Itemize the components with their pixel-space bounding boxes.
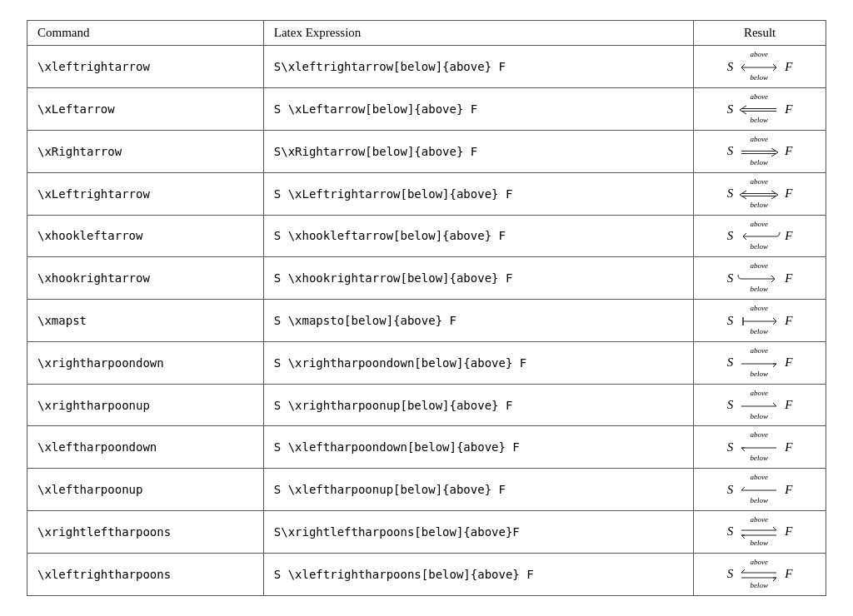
result-cell: S above below F <box>694 172 826 215</box>
latex-cell: S \xrightharpoondown[below]{above} F <box>263 341 693 384</box>
table-row: \xrightharpoonup S \xrightharpoonup[belo… <box>27 384 826 426</box>
result-cell: S above below F <box>694 341 826 384</box>
result-cell: S above below F <box>694 257 826 300</box>
table-row: \xleftrightarrow S\xleftrightarrow[below… <box>27 46 826 88</box>
result-cell: S above below F <box>694 553 826 595</box>
table-row: \xleftharpoonup S \xleftharpoonup[below]… <box>27 469 826 511</box>
table-row: \xhookrightarrow S \xhookrightarrow[belo… <box>27 257 826 300</box>
latex-commands-table: Command Latex Expression Result \xleftri… <box>27 20 826 595</box>
table-row: \xmapst S \xmapsto[below]{above} F S abo… <box>27 300 826 342</box>
command-cell: \xleftrightharpoons <box>27 553 264 595</box>
command-cell: \xrightleftharpoons <box>27 511 264 554</box>
result-cell: S above below F <box>694 130 826 172</box>
table-row: \xLeftrightarrow S \xLeftrightarrow[belo… <box>27 172 826 215</box>
result-cell: S above below F <box>694 426 826 469</box>
table-row: \xRightarrow S\xRightarrow[below]{above}… <box>27 130 826 172</box>
latex-cell: S \xLeftrightarrow[below]{above} F <box>263 172 693 215</box>
table-row: \xLeftarrow S \xLeftarrow[below]{above} … <box>27 88 826 131</box>
result-cell: S above below F <box>694 469 826 511</box>
result-cell: S above below F <box>694 88 826 131</box>
command-cell: \xhookleftarrow <box>27 215 264 257</box>
command-cell: \xmapst <box>27 300 264 342</box>
latex-cell: S \xhookleftarrow[below]{above} F <box>263 215 693 257</box>
latex-cell: S \xLeftarrow[below]{above} F <box>263 88 693 131</box>
header-latex: Latex Expression <box>263 21 693 46</box>
latex-cell: S \xrightharpoonup[below]{above} F <box>263 384 693 426</box>
command-cell: \xrightharpoonup <box>27 384 264 426</box>
header-result: Result <box>694 21 826 46</box>
result-cell: S above below F <box>694 46 826 88</box>
command-cell: \xrightharpoondown <box>27 341 264 384</box>
table-row: \xleftrightharpoons S \xleftrightharpoon… <box>27 553 826 595</box>
latex-cell: S \xleftharpoondown[below]{above} F <box>263 426 693 469</box>
command-cell: \xleftrightarrow <box>27 46 264 88</box>
command-cell: \xhookrightarrow <box>27 257 264 300</box>
result-cell: S above below F <box>694 215 826 257</box>
latex-cell: S\xRightarrow[below]{above} F <box>263 130 693 172</box>
command-cell: \xRightarrow <box>27 130 264 172</box>
command-cell: \xLeftarrow <box>27 88 264 131</box>
latex-cell: S\xrightleftharpoons[below]{above}F <box>263 511 693 554</box>
command-cell: \xleftharpoondown <box>27 426 264 469</box>
latex-cell: S \xhookrightarrow[below]{above} F <box>263 257 693 300</box>
table-row: \xhookleftarrow S \xhookleftarrow[below]… <box>27 215 826 257</box>
result-cell: S above below F <box>694 511 826 554</box>
latex-cell: S \xleftharpoonup[below]{above} F <box>263 469 693 511</box>
header-command: Command <box>27 21 264 46</box>
table-row: \xleftharpoondown S \xleftharpoondown[be… <box>27 426 826 469</box>
result-cell: S above below F <box>694 300 826 342</box>
command-cell: \xleftharpoonup <box>27 469 264 511</box>
latex-cell: S \xleftrightharpoons[below]{above} F <box>263 553 693 595</box>
command-cell: \xLeftrightarrow <box>27 172 264 215</box>
table-row: \xrightharpoondown S \xrightharpoondown[… <box>27 341 826 384</box>
latex-cell: S \xmapsto[below]{above} F <box>263 300 693 342</box>
result-cell: S above below F <box>694 384 826 426</box>
latex-cell: S\xleftrightarrow[below]{above} F <box>263 46 693 88</box>
table-row: \xrightleftharpoons S\xrightleftharpoons… <box>27 511 826 554</box>
